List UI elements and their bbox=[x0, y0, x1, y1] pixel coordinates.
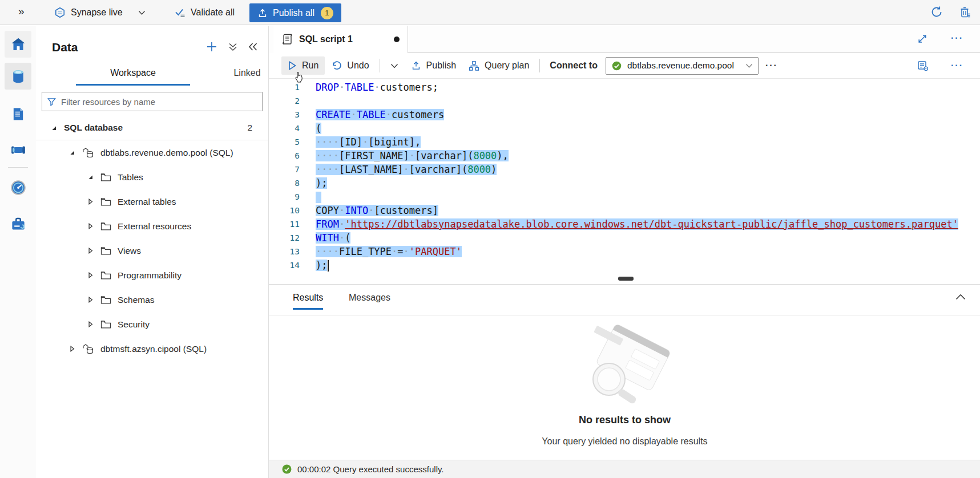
line-number: 6 bbox=[269, 151, 300, 160]
publish-all-button[interactable]: Publish all 1 bbox=[249, 3, 341, 22]
collapse-results-chevron[interactable] bbox=[955, 294, 966, 300]
mode-selector[interactable]: Synapse live bbox=[54, 4, 146, 21]
code-line[interactable]: 2 bbox=[269, 94, 980, 108]
publish-label: Publish bbox=[426, 60, 456, 71]
tree-expanded-icon[interactable] bbox=[50, 125, 58, 131]
code-line[interactable]: 5····[ID]·[bigint], bbox=[269, 135, 980, 149]
connect-to-label: Connect to bbox=[550, 60, 598, 71]
nav-integrate-button[interactable] bbox=[5, 136, 31, 163]
toolbar-more-button[interactable]: ··· bbox=[944, 60, 970, 71]
empty-results-subtitle: Your query yielded no displayable result… bbox=[269, 436, 980, 447]
code-line[interactable]: 3CREATE·TABLE·customers bbox=[269, 108, 980, 121]
tree-item[interactable]: SQL database2 bbox=[36, 116, 268, 140]
tree-item-label: Security bbox=[118, 319, 150, 330]
tree-item-label: External tables bbox=[118, 197, 176, 207]
code-line[interactable]: 6····[FIRST_NAME]·[varchar](8000), bbox=[269, 149, 980, 163]
code-line[interactable]: 7····[LAST_NAME]·[varchar](8000) bbox=[269, 163, 980, 176]
collapse-all-icon[interactable] bbox=[228, 42, 237, 52]
selection-highlight: CREATE·TABLE·customers bbox=[316, 109, 444, 120]
tree-collapsed-icon[interactable] bbox=[86, 297, 94, 303]
line-number: 12 bbox=[269, 233, 300, 242]
sql-pool-icon bbox=[82, 343, 94, 355]
expand-editor-icon[interactable] bbox=[917, 33, 928, 44]
code-line[interactable]: 12WITH·( bbox=[269, 231, 980, 245]
folder-icon bbox=[100, 271, 111, 280]
undo-button[interactable]: Undo bbox=[325, 56, 375, 75]
validate-all-button[interactable]: Validate all bbox=[174, 4, 235, 21]
query-status-bar: 00:00:02 Query executed successfully. bbox=[269, 460, 980, 478]
code-line[interactable]: 9 bbox=[269, 190, 980, 204]
code-line[interactable]: 11FROM·'https://dbtlabsynapsedatalake.bl… bbox=[269, 217, 980, 231]
tree-collapsed-icon[interactable] bbox=[68, 346, 76, 352]
tree-collapsed-icon[interactable] bbox=[86, 223, 94, 229]
filter-input[interactable] bbox=[61, 97, 257, 107]
tree-item[interactable]: Tables bbox=[36, 165, 268, 189]
connect-pool-dropdown[interactable]: dbtlabs.revenue.demo.pool bbox=[606, 57, 759, 75]
tab-results[interactable]: Results bbox=[293, 293, 323, 310]
code-line[interactable]: 8); bbox=[269, 176, 980, 190]
run-options-chevron[interactable] bbox=[384, 59, 405, 72]
nav-data-button[interactable] bbox=[5, 63, 31, 90]
tab-more-options-button[interactable]: ··· bbox=[944, 33, 970, 44]
nav-develop-button[interactable] bbox=[5, 100, 31, 127]
tree-expanded-icon[interactable] bbox=[86, 174, 94, 180]
nav-monitor-button[interactable] bbox=[5, 174, 31, 201]
refresh-icon[interactable] bbox=[930, 5, 943, 19]
code-line[interactable]: 10COPY·INTO·[customers] bbox=[269, 204, 980, 217]
folder-icon bbox=[100, 222, 111, 231]
code-line[interactable]: 13····FILE_TYPE·=·'PARQUET' bbox=[269, 245, 980, 258]
line-content bbox=[316, 191, 321, 203]
properties-icon[interactable] bbox=[917, 59, 929, 72]
tab-messages[interactable]: Messages bbox=[349, 293, 390, 308]
tree-item[interactable]: Schemas bbox=[36, 287, 268, 312]
nav-home-button[interactable] bbox=[5, 31, 31, 58]
tree-collapsed-icon[interactable] bbox=[86, 248, 94, 254]
editor-toolbar: Run Undo Publish bbox=[269, 53, 980, 79]
collapse-panel-icon[interactable] bbox=[248, 42, 258, 51]
query-plan-button[interactable]: Query plan bbox=[462, 56, 535, 75]
pool-online-check-icon bbox=[611, 60, 622, 71]
sql-pool-icon bbox=[82, 147, 94, 159]
nav-manage-button[interactable] bbox=[5, 210, 31, 237]
upload-icon bbox=[257, 8, 268, 18]
code-line[interactable]: 1DROP·TABLE·customers; bbox=[269, 80, 980, 94]
tree-collapsed-icon[interactable] bbox=[86, 272, 94, 278]
line-content: ····[ID]·[bigint], bbox=[316, 136, 421, 148]
tree-expanded-icon[interactable] bbox=[68, 149, 76, 156]
tree-item[interactable]: dbtmsft.azsyn.cipool (SQL) bbox=[36, 337, 268, 361]
tree-item-count: 2 bbox=[247, 123, 252, 133]
synapse-live-icon bbox=[54, 7, 66, 18]
connect-more-button[interactable]: ··· bbox=[759, 60, 785, 71]
line-content: ( bbox=[316, 123, 321, 134]
tree-collapsed-icon[interactable] bbox=[86, 321, 94, 327]
code-editor[interactable]: 1DROP·TABLE·customers;23CREATE·TABLE·cus… bbox=[269, 79, 980, 284]
database-icon bbox=[10, 68, 27, 85]
expand-rail-icon[interactable]: » bbox=[18, 5, 25, 18]
code-line[interactable]: 14); bbox=[269, 258, 980, 272]
tree-item[interactable]: External tables bbox=[36, 189, 268, 214]
discard-trash-icon[interactable] bbox=[958, 5, 972, 19]
code-line[interactable]: 4( bbox=[269, 121, 980, 135]
tree-item[interactable]: Views bbox=[36, 238, 268, 263]
resource-tree: SQL database2dbtlabs.revenue.demo.pool (… bbox=[36, 116, 268, 361]
publish-button[interactable]: Publish bbox=[405, 56, 462, 75]
tree-item-label: SQL database bbox=[64, 123, 123, 133]
tree-item[interactable]: dbtlabs.revenue.demo.pool (SQL) bbox=[36, 140, 268, 165]
run-button[interactable]: Run bbox=[281, 56, 325, 75]
toolbox-icon bbox=[10, 216, 27, 233]
tab-workspace[interactable]: Workspace bbox=[76, 63, 190, 86]
unsaved-dot bbox=[394, 37, 400, 42]
line-content: DROP·TABLE·customers; bbox=[316, 82, 438, 93]
tree-collapsed-icon[interactable] bbox=[86, 199, 94, 205]
line-content: ····[LAST_NAME]·[varchar](8000) bbox=[316, 164, 497, 175]
line-number: 9 bbox=[269, 192, 300, 201]
splitter-handle[interactable] bbox=[618, 277, 634, 281]
add-resource-button[interactable] bbox=[205, 40, 218, 53]
tab-sql-script-1[interactable]: SQL script 1 bbox=[273, 26, 408, 53]
tree-item[interactable]: External resources bbox=[36, 214, 268, 238]
validate-check-icon bbox=[174, 7, 186, 18]
tree-item[interactable]: Security bbox=[36, 312, 268, 337]
tree-item[interactable]: Programmability bbox=[36, 263, 268, 287]
gauge-icon bbox=[10, 179, 27, 196]
tree-item-label: dbtmsft.azsyn.cipool (SQL) bbox=[100, 344, 207, 354]
